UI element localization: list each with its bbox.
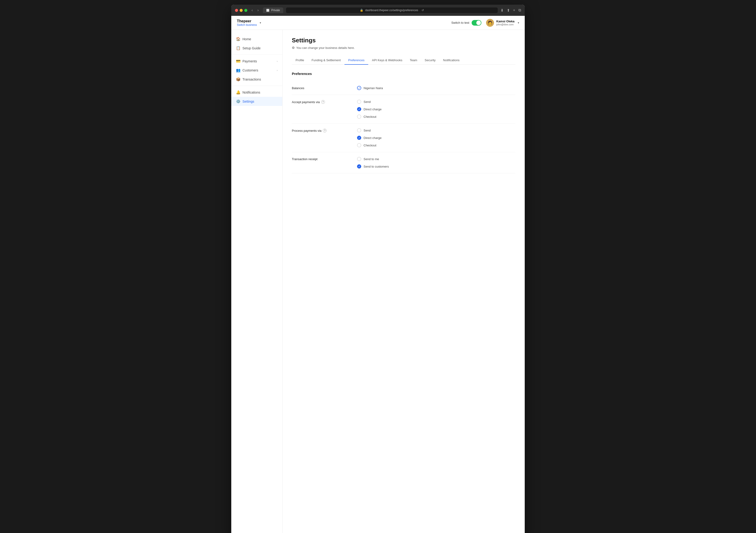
sidebar-item-setup-guide[interactable]: 📋 Setup Guide	[231, 43, 282, 53]
main-content: Settings ⚙ You can change your business …	[283, 30, 525, 533]
send-to-customers-label: Send to customers	[364, 165, 389, 168]
option-send-to-me[interactable]: Send to me	[357, 157, 389, 161]
brand-chevron-icon[interactable]: ▾	[260, 21, 261, 24]
checkout-process-label: Checkout	[364, 143, 376, 147]
pref-row-balances: Balances Nigerian Naira	[292, 81, 515, 95]
send-to-me-radio[interactable]	[357, 157, 361, 161]
back-button[interactable]: ‹	[250, 8, 254, 13]
sidebar-item-home[interactable]: 🏠 Home	[231, 35, 282, 43]
balances-label-text: Balances	[292, 86, 304, 90]
user-name: Kamsi Oleka	[496, 19, 514, 23]
forward-button[interactable]: ›	[256, 8, 260, 13]
send-accept-radio[interactable]	[357, 100, 361, 104]
browser-chrome: ‹ › ⬜ Private 🔒 dashboard.thepeer.co/set…	[231, 5, 525, 16]
page-title: Settings	[292, 37, 515, 44]
avatar: 🧑	[486, 19, 494, 27]
browser-window: ‹ › ⬜ Private 🔒 dashboard.thepeer.co/set…	[231, 5, 525, 533]
test-mode-toggle[interactable]	[472, 20, 481, 26]
download-icon[interactable]: ⬇	[500, 8, 503, 13]
ngn-label: Nigerian Naira	[364, 86, 383, 90]
switch-to-test: Switch to test	[451, 20, 481, 26]
payments-chevron-icon: ›	[277, 60, 278, 63]
accept-payments-help-icon[interactable]: ?	[321, 100, 325, 104]
tab-icon: ⬜	[266, 9, 269, 12]
transaction-receipt-label-text: Transaction receipt	[292, 157, 317, 161]
ngn-radio[interactable]	[357, 86, 361, 90]
tab-security[interactable]: Security	[421, 56, 439, 65]
tab-label: Private	[271, 9, 280, 12]
fullscreen-button[interactable]	[244, 9, 247, 12]
send-process-radio[interactable]	[357, 128, 361, 133]
accept-payments-label-text: Accept payments via	[292, 100, 320, 104]
sidebar-settings-label: Settings	[242, 100, 254, 103]
tab-profile[interactable]: Profile	[292, 56, 308, 65]
app-body: 🏠 Home 📋 Setup Guide 💳 Payments › 👥 Cust…	[231, 30, 525, 533]
close-button[interactable]	[235, 9, 238, 12]
sidebar-customers-label: Customers	[242, 68, 258, 72]
option-send-process[interactable]: Send	[357, 128, 382, 133]
sidebar-payments-label: Payments	[242, 59, 257, 63]
switch-to-test-label: Switch to test	[451, 21, 469, 24]
sidebar-item-customers[interactable]: 👥 Customers ›	[231, 65, 282, 75]
new-tab-icon[interactable]: +	[513, 8, 515, 13]
lock-icon: 🔒	[360, 9, 363, 12]
address-bar[interactable]: 🔒 dashboard.thepeer.co/settings/preferen…	[286, 8, 498, 13]
browser-nav: ‹ ›	[250, 8, 260, 13]
direct-charge-accept-radio[interactable]	[357, 107, 361, 111]
tab-api-keys[interactable]: API Keys & Webhooks	[368, 56, 406, 65]
app-layout: Thepeer Switch business ▾ Switch to test…	[231, 16, 525, 533]
send-to-customers-radio[interactable]	[357, 164, 361, 168]
home-icon: 🏠	[236, 37, 240, 41]
brand-name: Thepeer	[237, 19, 257, 23]
checkout-process-radio[interactable]	[357, 143, 361, 147]
tab-notifications[interactable]: Notifications	[439, 56, 463, 65]
refresh-icon[interactable]: ↺	[421, 9, 424, 12]
subtitle-gear-icon: ⚙	[292, 46, 295, 50]
share-icon[interactable]: ⬆	[507, 8, 510, 13]
direct-charge-accept-label: Direct charge	[364, 108, 382, 111]
sidebar-item-payments[interactable]: 💳 Payments ›	[231, 57, 282, 65]
transaction-receipt-options: Send to me Send to customers	[357, 157, 389, 168]
traffic-lights	[235, 9, 247, 12]
minimize-button[interactable]	[240, 9, 243, 12]
tab-preferences[interactable]: Preferences	[344, 56, 368, 65]
option-ngn[interactable]: Nigerian Naira	[357, 86, 383, 90]
user-info[interactable]: 🧑 Kamsi Oleka john@doe.com ▾	[486, 19, 519, 27]
balances-options: Nigerian Naira	[357, 86, 383, 90]
customers-icon: 👥	[236, 68, 240, 72]
pref-label-transaction-receipt: Transaction receipt	[292, 157, 357, 161]
sidebar-item-notifications[interactable]: 🔔 Notifications	[231, 88, 282, 97]
sidebar-divider-2	[231, 86, 282, 86]
url-text: dashboard.thepeer.co/settings/preference…	[365, 9, 418, 12]
header-left: Thepeer Switch business ▾	[237, 19, 261, 27]
header-brand: Thepeer Switch business	[237, 19, 257, 27]
direct-charge-process-radio[interactable]	[357, 136, 361, 140]
browser-actions: ⬇ ⬆ + ⧉	[500, 8, 521, 13]
browser-tab[interactable]: ⬜ Private	[263, 8, 283, 13]
option-direct-charge-accept[interactable]: Direct charge	[357, 107, 382, 111]
option-direct-charge-process[interactable]: Direct charge	[357, 136, 382, 140]
process-payments-help-icon[interactable]: ?	[323, 129, 327, 133]
option-checkout-process[interactable]: Checkout	[357, 143, 382, 147]
process-payments-label-text: Process payments via	[292, 129, 321, 133]
tabs-overview-icon[interactable]: ⧉	[519, 8, 521, 13]
sidebar-transactions-label: Transactions	[242, 78, 261, 81]
sidebar-item-settings[interactable]: ⚙️ Settings	[231, 97, 282, 106]
switch-business-link[interactable]: Switch business	[237, 23, 257, 27]
send-to-me-label: Send to me	[364, 157, 379, 161]
pref-row-transaction-receipt: Transaction receipt Send to me Send to c…	[292, 152, 515, 173]
option-send-accept[interactable]: Send	[357, 100, 382, 104]
sidebar-item-transactions[interactable]: 📦 Transactions	[231, 75, 282, 84]
sidebar: 🏠 Home 📋 Setup Guide 💳 Payments › 👥 Cust…	[231, 30, 283, 533]
customers-chevron-icon: ›	[277, 69, 278, 72]
pref-row-process-payments: Process payments via ? Send Direct charg…	[292, 124, 515, 152]
checkout-accept-radio[interactable]	[357, 114, 361, 119]
option-checkout-accept[interactable]: Checkout	[357, 114, 382, 119]
settings-icon: ⚙️	[236, 99, 240, 104]
tab-team[interactable]: Team	[406, 56, 421, 65]
app-header: Thepeer Switch business ▾ Switch to test…	[231, 16, 525, 30]
transactions-icon: 📦	[236, 77, 240, 82]
tab-funding[interactable]: Funding & Settlement	[308, 56, 344, 65]
option-send-to-customers[interactable]: Send to customers	[357, 164, 389, 168]
accept-payments-options: Send Direct charge Checkout	[357, 100, 382, 119]
